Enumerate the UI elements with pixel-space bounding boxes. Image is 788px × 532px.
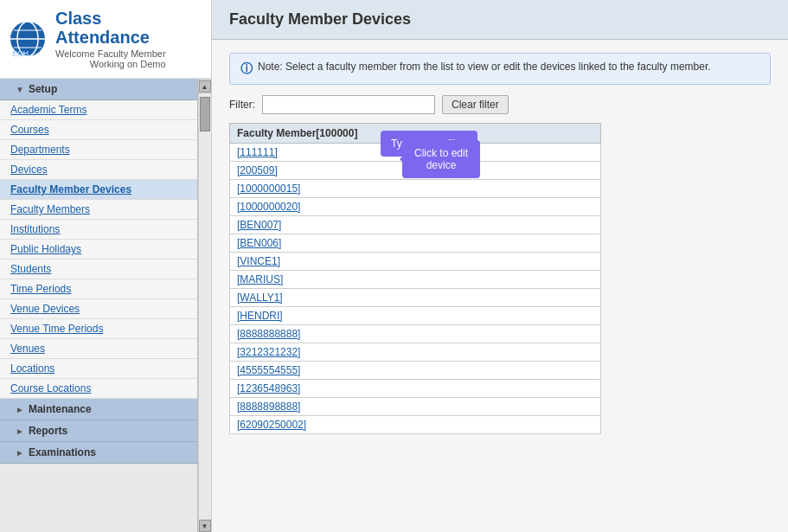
filter-input[interactable]: [262, 95, 435, 114]
maintenance-section-header[interactable]: ► Maintenance: [0, 399, 197, 420]
reports-label: Reports: [29, 425, 67, 437]
logo-area: ECH Class Attendance Welcome Faculty Mem…: [0, 0, 211, 79]
table-row[interactable]: [1236548963]: [230, 380, 601, 398]
scroll-track: [199, 93, 211, 519]
faculty-member-link[interactable]: [8888898888]: [237, 401, 300, 413]
table-row[interactable]: [BEN006]: [230, 234, 601, 253]
nav-item-venue-devices[interactable]: Venue Devices: [0, 299, 197, 319]
nav-item-courses[interactable]: Courses: [0, 120, 197, 140]
faculty-member-link[interactable]: [8888888888]: [237, 328, 300, 340]
logo-text-area: Class Attendance Welcome Faculty Member …: [55, 9, 166, 69]
scroll-thumb[interactable]: [200, 97, 210, 131]
content-area: Type text to filter ⓘ Note: Select a fac…: [212, 40, 788, 532]
nav-item-public-holidays[interactable]: Public Holidays: [0, 240, 197, 260]
note-box: ⓘ Note: Select a faculty member from the…: [229, 53, 771, 85]
table-row[interactable]: [WALLY1]: [230, 289, 601, 307]
examinations-label: Examinations: [29, 446, 96, 458]
setup-label: Setup: [29, 83, 57, 95]
faculty-member-link[interactable]: [62090250002]: [237, 419, 306, 431]
filter-label: Filter:: [229, 99, 255, 111]
sidebar: ECH Class Attendance Welcome Faculty Mem…: [0, 0, 212, 532]
svg-text:ECH: ECH: [12, 49, 29, 58]
nav-item-course-locations[interactable]: Course Locations: [0, 379, 197, 399]
table-row[interactable]: [8888888888]: [230, 325, 601, 343]
faculty-member-link[interactable]: [HENDRI]: [237, 310, 283, 322]
table-row[interactable]: [1000000015]: [230, 180, 601, 198]
reports-section-header[interactable]: ► Reports: [0, 420, 197, 442]
nav-item-institutions[interactable]: Institutions: [0, 220, 197, 240]
table-row[interactable]: [8888898888]: [230, 398, 601, 416]
table-row[interactable]: [4555554555]: [230, 362, 601, 380]
setup-section-header[interactable]: ▼ Setup: [0, 79, 197, 100]
sidebar-nav: ▼ Setup Academic Terms Courses Departmen…: [0, 79, 197, 532]
note-text: Note: Select a faculty member from the l…: [258, 61, 711, 73]
table-row[interactable]: [62090250002]: [230, 416, 601, 434]
nav-item-faculty-members[interactable]: Faculty Members: [0, 200, 197, 220]
faculty-member-link[interactable]: [1236548963]: [237, 382, 300, 394]
info-icon: ⓘ: [240, 61, 253, 77]
scroll-down-button[interactable]: ▼: [199, 520, 211, 532]
sidebar-scrollbar: ▲ ▼: [197, 79, 211, 532]
clear-filter-button[interactable]: Clear filter: [442, 95, 509, 114]
faculty-member-link[interactable]: [MARIUS]: [237, 273, 283, 285]
setup-arrow-icon: ▼: [16, 85, 24, 94]
faculty-member-link[interactable]: [VINCE1]: [237, 255, 280, 267]
filter-row: Filter: Clear filter: [229, 95, 771, 114]
table-row[interactable]: [BEN007]: [230, 216, 601, 234]
nav-item-time-periods[interactable]: Time Periods: [0, 279, 197, 299]
reports-arrow-icon: ►: [16, 426, 24, 436]
app-name: Class Attendance: [55, 9, 166, 47]
nav-item-faculty-member-devices[interactable]: Faculty Member Devices: [0, 180, 197, 200]
nav-item-locations[interactable]: Locations: [0, 359, 197, 379]
welcome-text: Welcome Faculty Member Working on Demo: [55, 48, 166, 69]
page-title: Faculty Member Devices: [212, 0, 788, 40]
faculty-member-link[interactable]: [WALLY1]: [237, 292, 283, 304]
main-content: Faculty Member Devices Type text to filt…: [212, 0, 788, 532]
click-to-edit-tooltip: Click to edit device: [402, 140, 480, 178]
nav-item-departments[interactable]: Departments: [0, 140, 197, 160]
faculty-member-link[interactable]: [3212321232]: [237, 346, 300, 358]
faculty-member-link[interactable]: [BEN007]: [237, 219, 281, 231]
app-logo: ECH: [7, 18, 48, 60]
table-row[interactable]: [MARIUS]: [230, 271, 601, 289]
faculty-member-link[interactable]: [4555554555]: [237, 364, 300, 376]
faculty-member-link[interactable]: [111111]: [237, 146, 278, 158]
faculty-member-link[interactable]: [200509]: [237, 164, 278, 176]
faculty-member-link[interactable]: [BEN006]: [237, 237, 281, 249]
table-row[interactable]: [HENDRI]: [230, 307, 601, 325]
table-row[interactable]: [1000000020]: [230, 198, 601, 216]
faculty-member-link[interactable]: [1000000020]: [237, 201, 300, 213]
faculty-member-link[interactable]: [1000000015]: [237, 183, 300, 195]
nav-item-venue-time-periods[interactable]: Venue Time Periods: [0, 319, 197, 339]
nav-item-venues[interactable]: Venues: [0, 339, 197, 359]
examinations-section-header[interactable]: ► Examinations: [0, 442, 197, 464]
nav-item-academic-terms[interactable]: Academic Terms: [0, 100, 197, 120]
scroll-up-button[interactable]: ▲: [199, 80, 211, 93]
click-to-edit-tooltip-text: Click to edit device: [414, 147, 468, 171]
table-row[interactable]: [3212321232]: [230, 343, 601, 362]
examinations-arrow-icon: ►: [16, 448, 24, 458]
maintenance-arrow-icon: ►: [16, 405, 24, 414]
nav-item-students[interactable]: Students: [0, 260, 197, 279]
nav-item-devices[interactable]: Devices: [0, 160, 197, 180]
maintenance-label: Maintenance: [29, 403, 92, 415]
table-row[interactable]: [VINCE1]: [230, 253, 601, 271]
